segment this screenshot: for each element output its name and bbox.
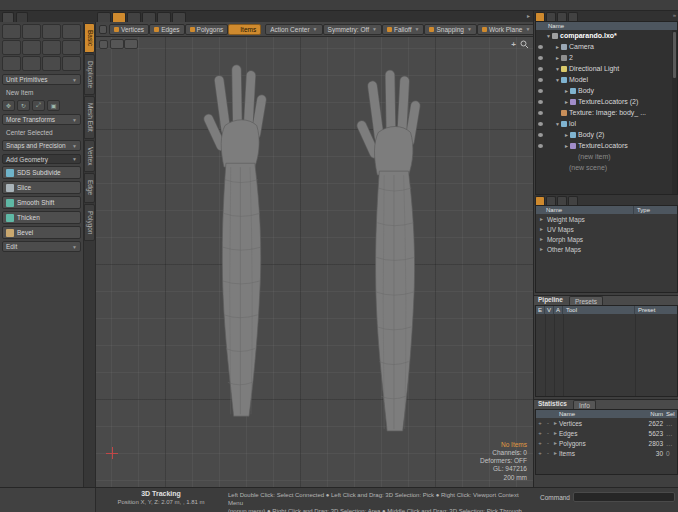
expand-arrow-icon[interactable]: ► <box>539 236 544 242</box>
tab-overflow-icon[interactable]: ▸ <box>524 11 533 22</box>
command-input[interactable] <box>573 492 675 502</box>
primitive-tool-icon[interactable] <box>2 40 21 55</box>
zoom-icon[interactable] <box>520 40 529 49</box>
viewport-view-tab[interactable] <box>110 39 124 49</box>
scale-tool-icon[interactable]: ⤢ <box>32 100 45 111</box>
presets-tab[interactable]: Presets <box>569 296 603 305</box>
tree-item[interactable]: ▼ lol <box>536 118 672 129</box>
collapse-minus-icon[interactable]: - <box>544 420 552 426</box>
primitive-tool-icon[interactable] <box>62 24 81 39</box>
collapse-minus-icon[interactable]: - <box>544 450 552 456</box>
statistics-row[interactable]: + - ► Items 30 0 <box>536 448 677 458</box>
expand-arrow-icon[interactable]: ▼ <box>554 66 561 72</box>
tree-item[interactable]: ▼ Directional Light <box>536 63 672 74</box>
primitive-tool-icon[interactable] <box>22 40 41 55</box>
primitive-tool-icon[interactable] <box>22 24 41 39</box>
expand-arrow-icon[interactable]: ▼ <box>545 33 552 39</box>
lists-panel-tab[interactable] <box>568 196 578 205</box>
unit-primitives-button[interactable]: Unit Primitives ▼ <box>2 74 81 85</box>
expand-arrow-icon[interactable]: ► <box>554 55 561 61</box>
layout-tab[interactable] <box>172 12 186 22</box>
selection-mode-button[interactable]: Polygons <box>185 24 229 35</box>
tree-item[interactable]: (new item) <box>536 151 672 162</box>
toolbar-popup-button[interactable]: Symmetry: Off ▼ <box>323 24 382 35</box>
toolbar-popup-button[interactable]: Action Center ▼ <box>265 24 322 35</box>
expand-plus-icon[interactable]: + <box>536 420 544 426</box>
selection-mode-button[interactable]: Vertices <box>109 24 149 35</box>
expand-plus-icon[interactable]: + <box>536 430 544 436</box>
list-item[interactable]: ► Morph Maps <box>536 234 677 244</box>
edit-button[interactable]: Edit ▼ <box>2 241 81 252</box>
expand-arrow-icon[interactable]: ► <box>552 440 559 446</box>
tree-item[interactable]: ▼ comparando.lxo* <box>536 30 672 41</box>
viewport-view-tab[interactable] <box>124 39 138 49</box>
tool-panel-tab[interactable] <box>2 12 14 22</box>
visibility-eye-icon[interactable] <box>538 133 543 137</box>
viewport-options-icon[interactable] <box>99 40 108 49</box>
expand-arrow-icon[interactable]: ► <box>539 226 544 232</box>
statistics-row[interactable]: + - ► Edges 5623 … <box>536 428 677 438</box>
layout-tab[interactable] <box>97 12 111 22</box>
visibility-eye-icon[interactable] <box>538 78 543 82</box>
geometry-tool-button[interactable]: Slice <box>2 181 81 194</box>
more-transforms-button[interactable]: More Transforms ▼ <box>2 114 81 125</box>
expand-arrow-icon[interactable]: ▼ <box>554 77 561 83</box>
layout-tab[interactable] <box>142 12 156 22</box>
collapse-minus-icon[interactable]: - <box>544 440 552 446</box>
visibility-eye-icon[interactable] <box>538 45 543 49</box>
tree-item[interactable]: Texture: Image: body_ ... <box>536 107 672 118</box>
sidebar-vertical-tab[interactable]: Duplicate <box>84 54 95 95</box>
lists-panel-tab[interactable] <box>557 196 567 205</box>
tool-panel-tab[interactable] <box>16 12 28 22</box>
geometry-tool-button[interactable]: Bevel <box>2 226 81 239</box>
add-geometry-header[interactable]: Add Geometry ▼ <box>2 154 81 164</box>
sidebar-vertical-tab[interactable]: Polygon <box>84 204 95 242</box>
visibility-eye-icon[interactable] <box>538 89 543 93</box>
expand-arrow-icon[interactable]: ► <box>563 88 570 94</box>
tree-item[interactable]: ► Body <box>536 85 672 96</box>
toolbar-popup-button[interactable]: Work Plane ▼ <box>477 24 535 35</box>
primitive-tool-icon[interactable] <box>42 24 61 39</box>
right-panel-tab[interactable] <box>568 12 578 21</box>
geometry-tool-button[interactable]: Smooth Shift <box>2 196 81 209</box>
arm-model-left[interactable] <box>196 59 278 421</box>
tree-scrollbar[interactable] <box>672 30 677 194</box>
info-tab[interactable]: Info <box>573 400 596 409</box>
toolbar-popup-button[interactable]: Snapping ▼ <box>424 24 476 35</box>
sidebar-vertical-tab[interactable]: Vertex <box>84 140 95 172</box>
statistics-row[interactable]: + - ► Polygons 2803 … <box>536 438 677 448</box>
tree-item[interactable]: ► Camera <box>536 41 672 52</box>
geometry-tool-button[interactable]: Thicken <box>2 211 81 224</box>
viewport-3d[interactable]: + No Items Channels: 0 Deformers: OFF GL… <box>96 37 533 487</box>
visibility-eye-icon[interactable] <box>538 100 543 104</box>
lists-panel-tab[interactable] <box>546 196 556 205</box>
right-panel-tab[interactable] <box>557 12 567 21</box>
tree-item[interactable]: ► TextureLocators <box>536 140 672 151</box>
move-tool-icon[interactable]: ✥ <box>2 100 15 111</box>
pan-icon[interactable]: + <box>511 40 516 49</box>
layout-tab[interactable] <box>127 12 141 22</box>
visibility-eye-icon[interactable] <box>538 56 543 60</box>
expand-arrow-icon[interactable]: ► <box>563 143 570 149</box>
right-panel-tab[interactable] <box>535 12 545 21</box>
expand-arrow-icon[interactable]: ▼ <box>554 121 561 127</box>
primitive-tool-icon[interactable] <box>62 40 81 55</box>
visibility-eye-icon[interactable] <box>538 144 543 148</box>
expand-plus-icon[interactable]: + <box>536 440 544 446</box>
primitive-tool-icon[interactable] <box>42 40 61 55</box>
primitive-tool-icon[interactable] <box>2 56 21 71</box>
visibility-eye-icon[interactable] <box>538 122 543 126</box>
layout-tab[interactable] <box>157 12 171 22</box>
expand-plus-icon[interactable]: + <box>536 450 544 456</box>
tree-item[interactable]: ► TextureLocators (2) <box>536 96 672 107</box>
sidebar-vertical-tab[interactable]: Mesh Edit <box>84 96 95 139</box>
visibility-eye-icon[interactable] <box>538 111 543 115</box>
tree-item[interactable]: ▼ Model <box>536 74 672 85</box>
list-item[interactable]: ► Other Maps <box>536 244 677 254</box>
list-item[interactable]: ► Weight Maps <box>536 214 677 224</box>
statistics-row[interactable]: + - ► Vertices 2622 … <box>536 418 677 428</box>
primitive-tool-icon[interactable] <box>22 56 41 71</box>
snaps-precision-button[interactable]: Snaps and Precision ▼ <box>2 140 81 151</box>
tree-item[interactable]: ► Body (2) <box>536 129 672 140</box>
layout-tab[interactable] <box>112 12 126 22</box>
